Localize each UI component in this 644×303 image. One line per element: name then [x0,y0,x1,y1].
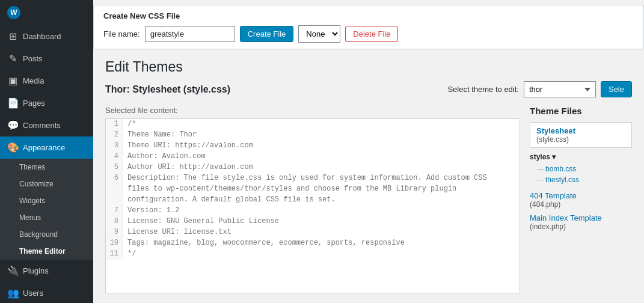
main-content: Help Create New CSS File File name: Crea… [93,0,644,303]
main-index-section: Main Index Template (index.php) [530,213,632,231]
appearance-submenu: Themes Customize Widgets Menus Backgroun… [0,159,93,260]
sidebar-item-comments[interactable]: 💬 Comments [0,114,93,136]
404-template-link[interactable]: 404 Template [530,191,577,200]
active-file-item[interactable]: Stylesheet (style.css) [530,122,632,148]
404-template-sub: (404.php) [530,200,632,209]
create-css-title: Create New CSS File [103,11,634,20]
code-line: 10Tags: magazine, blog, woocommerce, eco… [106,238,520,249]
sidebar-item-appearance[interactable]: 🎨 Appearance [0,136,93,159]
comments-icon: 💬 [7,120,18,131]
appearance-icon: 🎨 [7,142,18,153]
stylesheet-sub: (style.css) [536,135,625,144]
wp-logo-icon: W [7,6,20,19]
plugins-icon: 🔌 [7,265,18,277]
code-line: 5Author URI: http://avalon.com [106,162,520,173]
file-name-label: File name: [103,29,140,38]
code-line: 2Theme Name: Thor [106,130,520,141]
sidebar-item-label: Pages [23,99,45,108]
page-title: Edit Themes [105,59,632,75]
404-template-section: 404 Template (404.php) [530,191,632,209]
select-theme-select[interactable]: thor [524,81,596,97]
sidebar-item-label: Appearance [23,143,65,152]
code-line: 6Description: The file style.css is only… [106,173,520,184]
styles-folder[interactable]: styles ▾ [530,153,632,161]
file-name-input[interactable] [145,26,235,42]
code-line: 11*/ [106,249,520,260]
posts-icon: ✎ [7,53,18,64]
create-css-section: Create New CSS File File name: Create Fi… [93,5,644,49]
main-index-sub: (index.php) [530,222,632,231]
sidebar-item-themes[interactable]: Themes [0,159,93,176]
sidebar-item-media[interactable]: ▣ Media [0,70,93,92]
sidebar-item-label: Media [23,76,44,85]
users-icon: 👥 [7,287,18,299]
code-line: files to wp-content/themes/thor/styles a… [106,184,520,195]
sidebar-item-background[interactable]: Background [0,226,93,243]
sidebar-item-dashboard[interactable]: ⊞ Dashboard [0,25,93,47]
create-file-button[interactable]: Create File [240,26,294,42]
stylesheet-link[interactable]: Stylesheet [536,126,575,135]
sidebar-item-plugins[interactable]: 🔌 Plugins [0,260,93,282]
sidebar-item-label: Dashboard [23,32,61,41]
select-theme-button[interactable]: Sele [601,81,632,97]
code-line: 7Version: 1.2 [106,206,520,216]
dashboard-icon: ⊞ [7,31,18,42]
sidebar: W ⊞ Dashboard ✎ Posts ▣ Media 📄 Pages 💬 … [0,0,93,303]
sidebar-item-customize[interactable]: Customize [0,176,93,192]
delete-file-button[interactable]: Delete File [345,26,398,42]
sidebar-item-pages[interactable]: 📄 Pages [0,92,93,114]
theme-files-panel: Theme Files Stylesheet (style.css) style… [530,106,632,293]
theme-files-title: Theme Files [530,106,632,116]
sidebar-item-label: Posts [23,54,43,63]
selected-file-label: Selected file content: [105,106,520,115]
sidebar-item-theme-editor[interactable]: Theme Editor [0,243,93,260]
pages-icon: 📄 [7,97,18,109]
sidebar-item-label: Plugins [23,266,49,275]
select-theme-row: Select theme to edit: thor Sele [447,81,632,97]
bomb-css-item[interactable]: bomb.css [530,164,632,174]
code-editor-wrapper: Selected file content: 1/*2Theme Name: T… [105,106,520,293]
sidebar-item-users[interactable]: 👥 Users [0,282,93,303]
select-theme-label: Select theme to edit: [447,85,519,94]
code-line: 8License: GNU General Public License [106,216,520,227]
main-index-link[interactable]: Main Index Template [530,213,602,222]
sidebar-item-menus[interactable]: Menus [0,209,93,226]
media-icon: ▣ [7,75,18,87]
code-line: configuration. A default global CSS file… [106,195,520,206]
code-line: 4Author: Avalon.com [106,152,520,162]
sidebar-item-label: Comments [23,121,61,130]
css-file-select[interactable]: None [298,25,340,43]
theme-subtitle: Thor: Stylesheet (style.css) [105,84,230,95]
sidebar-logo: W [0,0,93,25]
thestyl-css-item[interactable]: thestyl.css [530,174,632,185]
sidebar-item-posts[interactable]: ✎ Posts [0,47,93,70]
sidebar-item-widgets[interactable]: Widgets [0,192,93,209]
code-editor[interactable]: 1/*2Theme Name: Thor3Theme URI: https://… [105,118,520,293]
code-line: 1/* [106,119,520,130]
sidebar-item-label: Users [23,289,43,298]
editor-area: Selected file content: 1/*2Theme Name: T… [105,106,632,293]
code-line: 3Theme URI: https://avalon.com [106,141,520,152]
code-line: 9License URI: license.txt [106,227,520,238]
theme-subtitle-row: Thor: Stylesheet (style.css) Select them… [105,81,632,97]
content-area: Edit Themes Thor: Stylesheet (style.css)… [93,49,644,303]
